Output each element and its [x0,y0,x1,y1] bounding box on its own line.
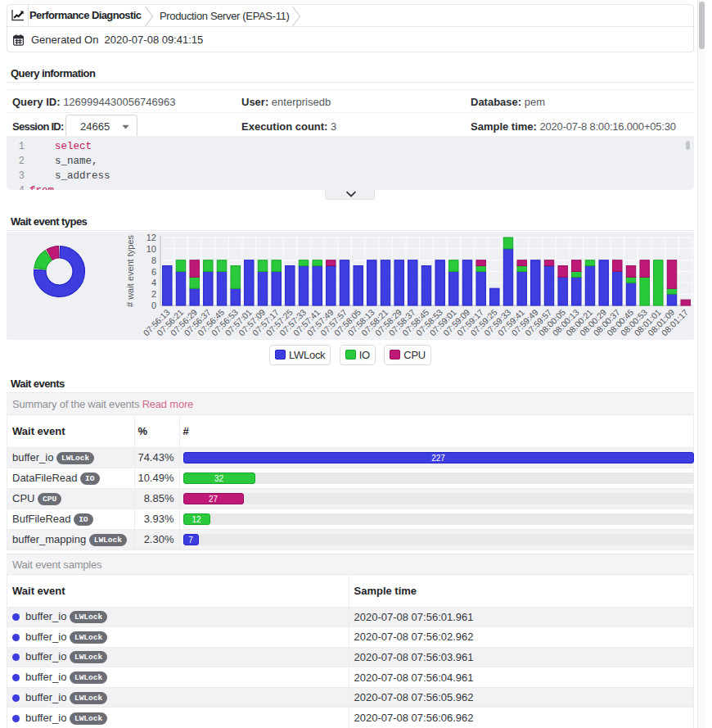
svg-text:6: 6 [151,267,156,277]
svg-text:4: 4 [151,278,156,287]
svg-text:12: 12 [146,233,156,242]
svg-text:0: 0 [151,301,156,310]
svg-text:8: 8 [151,255,156,265]
svg-text:# wait event types: # wait event types [125,234,135,307]
svg-text:2: 2 [151,289,156,299]
svg-text:10: 10 [146,244,156,254]
